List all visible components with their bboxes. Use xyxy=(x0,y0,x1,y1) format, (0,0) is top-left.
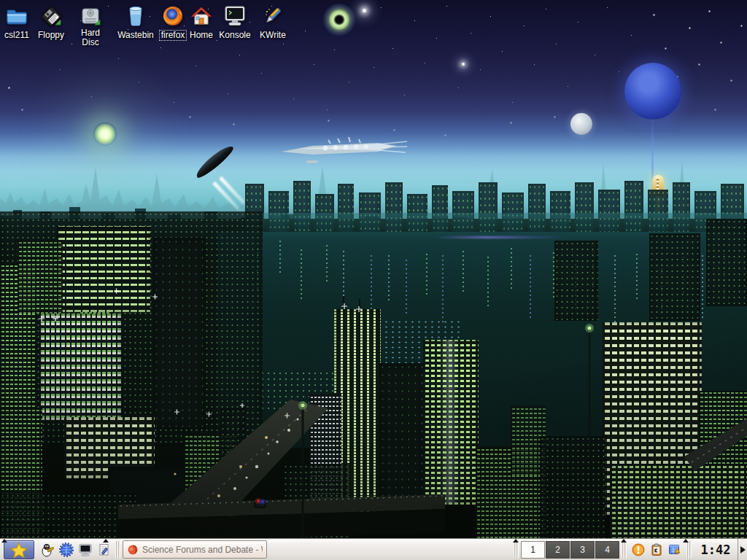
desktop-icon-konsole[interactable]: Konsole xyxy=(214,4,255,41)
konsole-icon xyxy=(223,4,247,28)
panel-handle[interactable] xyxy=(622,541,627,559)
applet-arrow xyxy=(683,539,689,542)
panel-clock[interactable]: 1:42 xyxy=(694,542,738,557)
alert-exclamation-icon xyxy=(631,542,646,557)
desktop-icon-wastebin[interactable]: Wastebin xyxy=(115,4,156,41)
quicklaunch-browser[interactable] xyxy=(58,540,75,559)
panel-hide-button[interactable] xyxy=(738,539,747,560)
wallpaper xyxy=(0,0,747,560)
kicker-panel: Science Forums and Debate - W 1 2 3 4 xyxy=(0,538,747,560)
desktop-icon-floppy[interactable]: Floppy xyxy=(31,4,71,41)
applet-arrow xyxy=(103,539,109,542)
icon-label: Wastebin xyxy=(116,31,155,40)
firefox-task-icon xyxy=(127,544,139,556)
desktop-screen: csl211 Floppy Hard Disc Wastebin xyxy=(0,0,747,560)
panel-handle[interactable] xyxy=(115,541,120,559)
taskbar-task-firefox[interactable]: Science Forums and Debate - W xyxy=(123,540,267,559)
vignette xyxy=(0,0,747,560)
icon-label: Home xyxy=(188,31,214,40)
icon-label: KWrite xyxy=(258,31,287,40)
icon-label: Floppy xyxy=(36,31,66,40)
kmenu-button[interactable] xyxy=(4,540,34,559)
desktop-icon-hard-disc[interactable]: Hard Disc xyxy=(70,4,111,48)
icon-label: Hard Disc xyxy=(70,28,111,47)
terminal-monitor-icon xyxy=(78,542,93,557)
tray-alert[interactable] xyxy=(630,542,646,558)
globe-browser-icon xyxy=(59,542,74,557)
panel-handle[interactable] xyxy=(686,541,692,559)
pager-desktop-4[interactable]: 4 xyxy=(595,541,619,559)
panel-hide-arrow-icon xyxy=(740,546,746,553)
task-title: Science Forums and Debate - W xyxy=(142,545,263,555)
pager-desktop-2[interactable]: 2 xyxy=(546,541,570,559)
desktop-icon-kwrite[interactable]: KWrite xyxy=(252,4,293,41)
penguin-pencil-icon xyxy=(40,542,55,557)
quick-launch xyxy=(39,540,113,559)
pager-desktop-1[interactable]: 1 xyxy=(521,541,545,559)
hard-disc-icon xyxy=(79,4,102,28)
icon-label: csl211 xyxy=(3,31,31,40)
floppy-icon xyxy=(39,4,63,28)
system-tray xyxy=(630,542,683,558)
home-icon xyxy=(190,4,213,28)
quicklaunch-konsole[interactable] xyxy=(77,540,94,559)
kwrite-icon xyxy=(261,4,285,28)
desktop-pager: 1 2 3 4 xyxy=(521,541,619,559)
folder-icon xyxy=(5,4,28,28)
wastebin-icon xyxy=(124,4,147,28)
quicklaunch-kwrite[interactable] xyxy=(96,540,113,559)
organizer-bell-icon xyxy=(667,542,682,557)
applet-arrow xyxy=(621,539,627,542)
tray-klipper[interactable] xyxy=(649,542,665,558)
applet-arrow xyxy=(1,539,7,542)
applet-arrow xyxy=(513,539,519,542)
document-pen-icon xyxy=(97,542,112,557)
klipper-clipboard-icon xyxy=(649,542,664,557)
pager-desktop-3[interactable]: 3 xyxy=(570,541,595,559)
icon-label: Konsole xyxy=(217,31,252,40)
panel-handle[interactable] xyxy=(514,541,519,559)
quicklaunch-penguin-pencil[interactable] xyxy=(39,540,56,559)
kmenu-star-icon xyxy=(7,541,31,559)
tray-organizer-alarm[interactable] xyxy=(667,542,683,558)
